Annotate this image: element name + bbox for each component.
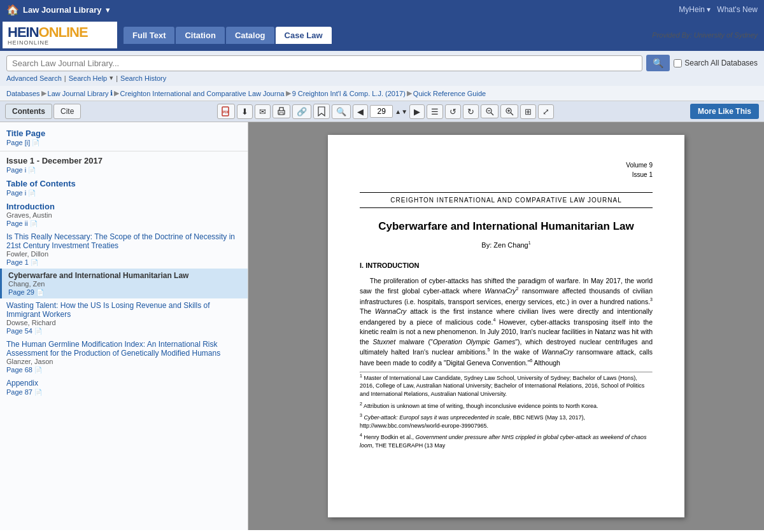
app-title[interactable]: Law Journal Library [23,5,102,15]
print-button[interactable] [272,104,290,118]
fowler-pdf-icon[interactable]: 📄 [31,259,38,266]
cite-button[interactable]: Cite [53,104,81,119]
breadcrumb-sep-3: ▶ [407,89,412,97]
tab-case-law[interactable]: Case Law [276,27,332,44]
breadcrumb-databases[interactable]: Databases [6,90,40,97]
doc-section-title: I. INTRODUCTION [360,260,653,271]
breadcrumb-sep-2: ▶ [286,89,291,97]
sidebar-issue-label: Issue 1 - December 2017 [6,156,241,165]
rotate-right-button[interactable]: ↻ [463,104,479,119]
fowler-page-link[interactable]: Page 1 [6,258,29,266]
toc-page-link[interactable]: Page i [6,189,26,197]
more-like-this-button[interactable]: More Like This [690,104,759,119]
appendix-page-link[interactable]: Page 87 [6,388,32,396]
sidebar-glanzer-title: The Human Germline Modification Index: A… [6,340,241,358]
sidebar-chang-page: Page 29 📄 [8,288,241,296]
main: Title Page Page [i] 📄 Issue 1 - December… [0,122,764,530]
sidebar-fowler-author: Fowler, Dillon [6,250,241,258]
glanzer-pdf-icon[interactable]: 📄 [34,367,42,374]
footnote-2: 2 Attribution is unknown at time of writ… [360,401,653,410]
search-area: 🔍 Search All Databases Advanced Search |… [0,51,764,86]
issue-page-link[interactable]: Page i [6,166,26,174]
doc-author-footnote: 1 [528,241,531,245]
nav-tabs: Full Text Citation Catalog Case Law [124,27,332,44]
fowler-link[interactable]: Is This Really Necessary: The Scope of t… [6,232,241,250]
myhein-link[interactable]: MyHein ▾ [679,5,711,14]
toc-link[interactable]: Table of Contents [6,179,76,188]
pipe2: | [116,74,118,82]
grid-view-button[interactable]: ⊞ [520,104,536,119]
search-all-checkbox[interactable] [674,59,682,67]
glanzer-page-link[interactable]: Page 68 [6,366,32,374]
help-arrow[interactable]: ▾ [110,74,113,82]
document-viewer: Volume 9 Issue 1 CREIGHTON INTERNATIONAL… [248,122,764,530]
breadcrumb-creighton[interactable]: Creighton International and Comparative … [120,90,285,97]
sidebar-intro-page: Page ii 📄 [6,220,241,227]
sidebar-dowse-page: Page 54 📄 [6,327,241,335]
breadcrumb-quick-ref[interactable]: Quick Reference Guide [413,90,486,97]
bookmark-button[interactable] [313,104,330,119]
prev-page-button[interactable]: ◀ [353,104,368,119]
sidebar-appendix: Appendix Page 87 📄 [0,376,248,398]
intro-pdf-icon[interactable]: 📄 [30,220,38,227]
sidebar-dowse: Wasting Talent: How the US Is Losing Rev… [0,298,248,337]
provided-by: Provided By: University of Sydney [652,31,758,39]
search-help-link[interactable]: Search Help [69,74,108,82]
fullscreen-button[interactable]: ⤢ [538,104,554,119]
chang-page-link[interactable]: Page 29 [8,288,34,296]
page-up-down[interactable]: ▲▼ [395,108,407,115]
dowse-page-link[interactable]: Page 54 [6,327,32,335]
info-icon[interactable]: ℹ [110,89,113,97]
chang-pdf-icon[interactable]: 📄 [36,289,44,296]
list-view-button[interactable]: ☰ [427,104,443,119]
toc-pdf-icon[interactable]: 📄 [28,190,36,197]
download-button[interactable]: ⬇ [237,104,253,119]
sidebar-fowler: Is This Really Necessary: The Scope of t… [0,230,248,269]
document-page: Volume 9 Issue 1 CREIGHTON INTERNATIONAL… [328,135,684,517]
contents-button[interactable]: Contents [5,104,52,119]
doc-body: The proliferation of cyber-attacks has s… [360,276,653,368]
sidebar-intro-author: Graves, Austin [6,211,241,219]
tab-citation[interactable]: Citation [176,27,224,44]
sidebar-toc: Table of Contents Page i 📄 [0,176,248,199]
divider-0 [0,151,248,151]
search-button[interactable]: 🔍 [646,55,670,71]
appendix-pdf-icon[interactable]: 📄 [34,389,42,396]
chang-link[interactable]: Cyberwarfare and International Humanitar… [8,271,188,280]
rotate-left-button[interactable]: ↺ [445,104,461,119]
page-number-input[interactable]: 29 [370,105,393,118]
doc-article-title: Cyberwarfare and International Humanitar… [360,218,653,235]
sidebar-chang-title: Cyberwarfare and International Humanitar… [8,271,241,280]
email-button[interactable]: ✉ [255,104,271,119]
intro-page-link[interactable]: Page ii [6,220,28,227]
sidebar-issue-text: Issue 1 - December 2017 [6,156,103,165]
zoom-in-button[interactable] [500,104,518,118]
dowse-link[interactable]: Wasting Talent: How the US Is Losing Rev… [6,301,241,319]
search-within-button[interactable]: 🔍 [332,104,351,119]
pdf-button[interactable]: PDF [217,104,235,119]
dowse-pdf-icon[interactable]: 📄 [34,328,42,335]
svg-rect-4 [279,113,283,115]
whats-new-link[interactable]: What's New [717,5,758,14]
search-input[interactable] [12,59,637,68]
breadcrumb-volume[interactable]: 9 Creighton Int'l & Comp. L.J. (2017) [292,90,406,97]
intro-link[interactable]: Introduction [6,202,55,211]
sidebar-glanzer-author: Glanzer, Jason [6,358,241,365]
next-page-button[interactable]: ▶ [409,104,425,119]
zoom-out-button[interactable] [481,104,499,118]
search-history-link[interactable]: Search History [120,74,166,82]
title-page-link[interactable]: Page [i] [6,139,30,146]
link-button[interactable]: 🔗 [292,104,311,119]
title-pdf-icon[interactable]: 📄 [32,139,39,146]
app-title-dropdown[interactable]: ▾ [106,5,110,15]
tab-full-text[interactable]: Full Text [124,27,174,44]
issue-pdf-icon[interactable]: 📄 [28,167,36,174]
glanzer-link[interactable]: The Human Germline Modification Index: A… [6,340,241,358]
svg-text:PDF: PDF [223,110,229,114]
appendix-link[interactable]: Appendix [6,379,38,388]
sidebar-title-text[interactable]: Title Page [6,129,45,138]
tab-catalog[interactable]: Catalog [226,27,274,44]
advanced-search-link[interactable]: Advanced Search [6,74,62,82]
sidebar-issue: Issue 1 - December 2017 Page i 📄 [0,153,248,176]
breadcrumb-law-journal[interactable]: Law Journal Library [48,90,109,97]
